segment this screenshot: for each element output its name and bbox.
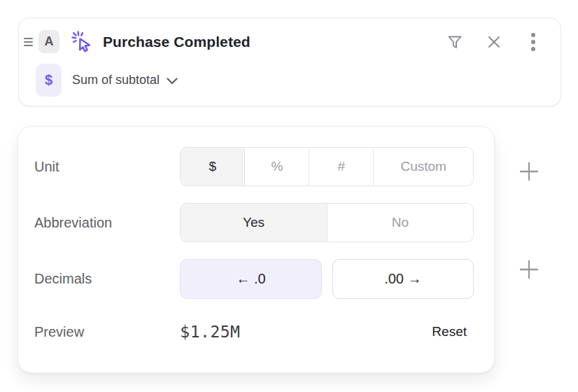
filter-funnel-icon[interactable] xyxy=(444,31,465,52)
add-row-button-bottom[interactable] xyxy=(518,258,540,281)
kebab-menu-icon[interactable] xyxy=(523,31,544,52)
preview-value: $1.25M xyxy=(180,323,240,341)
unit-option-dollar[interactable]: $ xyxy=(181,148,245,186)
metric-label: Sum of subtotal xyxy=(72,73,160,88)
decrease-decimals-button[interactable]: ← .0 xyxy=(180,259,321,299)
unit-label: Unit xyxy=(34,159,180,175)
abbreviation-option-no[interactable]: No xyxy=(327,204,473,241)
drag-handle-icon[interactable] xyxy=(22,38,34,46)
metric-row: $ Sum of subtotal xyxy=(19,64,561,97)
format-panel: Unit $ % # Custom Abbreviation Yes No De… xyxy=(17,126,495,373)
unit-option-percent[interactable]: % xyxy=(245,148,309,186)
abbreviation-option-yes[interactable]: Yes xyxy=(181,204,327,241)
plus-icon xyxy=(519,259,540,280)
preview-label: Preview xyxy=(34,324,180,340)
add-row-button-top[interactable] xyxy=(518,160,540,183)
close-icon[interactable] xyxy=(484,31,505,52)
decimals-row: Decimals ← .0 .00 → xyxy=(34,259,474,299)
cursor-click-icon xyxy=(70,29,94,55)
event-header-row: A Purchase Completed xyxy=(19,29,561,55)
dollar-metric-badge: $ xyxy=(36,64,62,97)
reset-button[interactable]: Reset xyxy=(432,324,467,340)
increase-decimals-button[interactable]: .00 → xyxy=(332,259,474,299)
event-card: A Purchase Completed xyxy=(18,18,561,106)
abbreviation-label: Abbreviation xyxy=(34,215,180,231)
plus-icon xyxy=(519,161,540,182)
unit-option-hash[interactable]: # xyxy=(309,148,374,186)
unit-option-custom[interactable]: Custom xyxy=(374,148,473,186)
decimals-controls: ← .0 .00 → xyxy=(180,259,474,299)
event-letter-badge: A xyxy=(38,30,59,53)
chevron-down-icon[interactable] xyxy=(166,77,178,85)
decimals-label: Decimals xyxy=(34,271,180,287)
abbreviation-row: Abbreviation Yes No xyxy=(34,203,474,242)
unit-segmented-control: $ % # Custom xyxy=(180,147,474,186)
abbreviation-segmented-control: Yes No xyxy=(180,203,474,242)
preview-row: Preview $1.25M Reset xyxy=(34,316,474,348)
unit-row: Unit $ % # Custom xyxy=(34,147,474,186)
event-title: Purchase Completed xyxy=(103,34,251,50)
